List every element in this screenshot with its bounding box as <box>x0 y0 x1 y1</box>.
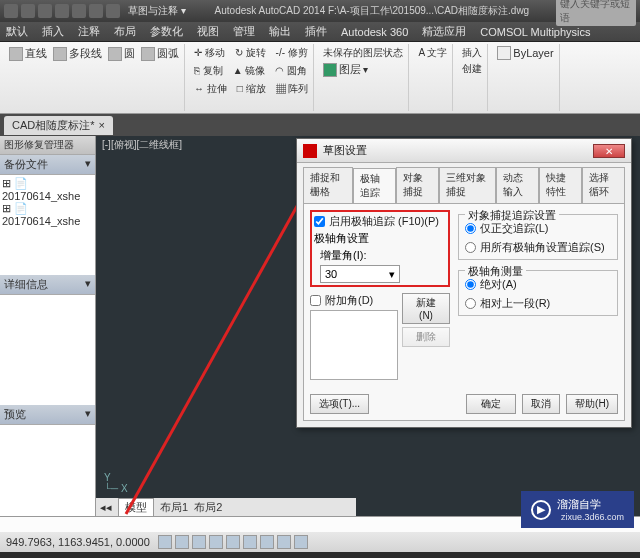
chevron-down-icon[interactable]: ▾ <box>85 277 91 292</box>
close-icon[interactable]: × <box>99 119 105 131</box>
play-icon: ▶ <box>531 500 551 520</box>
status-toggles <box>158 535 308 549</box>
relative-radio[interactable]: 相对上一段(R) <box>465 296 611 311</box>
dyn-toggle[interactable] <box>260 535 274 549</box>
doc-tab[interactable]: CAD相随度标注*× <box>4 116 113 135</box>
chevron-down-icon[interactable]: ▾ <box>85 157 91 172</box>
title-bar: 草图与注释 ▾ Autodesk AutoCAD 2014 F:\A-项目工作\… <box>0 0 640 22</box>
viewport-label[interactable]: [-][俯视][二维线框] <box>102 138 182 152</box>
tab-snap[interactable]: 捕捉和栅格 <box>303 167 353 203</box>
open-icon[interactable] <box>38 4 52 18</box>
tab-view[interactable]: 视图 <box>197 24 219 39</box>
tab-a360[interactable]: Autodesk 360 <box>341 26 408 38</box>
file-item[interactable]: ⊞ 📄 20170614_xshe <box>2 202 93 227</box>
move-button[interactable]: ✛ 移动 <box>192 45 227 61</box>
options-button[interactable]: 选项(T)... <box>310 394 369 414</box>
circle-button[interactable]: 圆 <box>106 45 137 62</box>
tab-comsol[interactable]: COMSOL Multiphysics <box>480 26 590 38</box>
close-button[interactable]: ✕ <box>593 144 625 158</box>
help-button[interactable]: 帮助(H) <box>566 394 618 414</box>
ribbon-tabs: 默认 插入 注释 布局 参数化 视图 管理 输出 插件 Autodesk 360… <box>0 22 640 42</box>
tab-quick[interactable]: 快捷特性 <box>539 167 582 203</box>
lwt-toggle[interactable] <box>277 535 291 549</box>
stretch-button[interactable]: ↔ 拉伸 <box>192 81 229 97</box>
plot-icon[interactable] <box>106 4 120 18</box>
tab-3dosnap[interactable]: 三维对象捕捉 <box>439 167 496 203</box>
allpolar-radio[interactable]: 用所有极轴角设置追踪(S) <box>465 240 611 255</box>
repair-panel-head[interactable]: 图形修复管理器 <box>0 136 95 155</box>
ortho-toggle[interactable] <box>192 535 206 549</box>
fillet-button[interactable]: ◠ 圆角 <box>273 63 309 79</box>
detail-head[interactable]: 详细信息▾ <box>0 275 95 295</box>
quick-access-toolbar[interactable] <box>4 4 120 18</box>
tab-layout2[interactable]: 布局2 <box>194 500 222 515</box>
app-icon <box>303 144 317 158</box>
tab-insert[interactable]: 插入 <box>42 24 64 39</box>
nav-icon[interactable]: ◂◂ <box>100 501 112 514</box>
tab-parametric[interactable]: 参数化 <box>150 24 183 39</box>
save-icon[interactable] <box>55 4 69 18</box>
tab-default[interactable]: 默认 <box>6 24 28 39</box>
redo-icon[interactable] <box>89 4 103 18</box>
mirror-button[interactable]: ▲ 镜像 <box>231 63 268 79</box>
tab-output[interactable]: 输出 <box>269 24 291 39</box>
line-button[interactable]: 直线 <box>7 45 49 62</box>
panel-modify: ✛ 移动 ↻ 旋转 -/- 修剪 ⎘ 复制 ▲ 镜像 ◠ 圆角 ↔ 拉伸 □ 缩… <box>189 44 314 111</box>
otrack-toggle[interactable] <box>243 535 257 549</box>
new-button[interactable]: 新建(N) <box>402 293 450 324</box>
tab-osnap[interactable]: 对象捕捉 <box>396 167 439 203</box>
polar-toggle[interactable] <box>209 535 223 549</box>
copy-button[interactable]: ⎘ 复制 <box>192 63 225 79</box>
trim-button[interactable]: -/- 修剪 <box>274 45 310 61</box>
tab-annotate[interactable]: 注释 <box>78 24 100 39</box>
scale-button[interactable]: □ 缩放 <box>235 81 268 97</box>
grid-toggle[interactable] <box>175 535 189 549</box>
text-button[interactable]: A 文字 <box>416 45 449 61</box>
app-menu-icon[interactable] <box>4 4 18 18</box>
tab-cycle[interactable]: 选择循环 <box>582 167 625 203</box>
qp-toggle[interactable] <box>294 535 308 549</box>
dialog-titlebar[interactable]: 草图设置 ✕ <box>297 139 631 163</box>
tab-layout[interactable]: 布局 <box>114 24 136 39</box>
insert-button[interactable]: 插入 <box>460 45 484 61</box>
unsaved-layer[interactable]: 未保存的图层状态 <box>321 45 405 61</box>
preview-head[interactable]: 预览▾ <box>0 405 95 425</box>
cancel-button[interactable]: 取消 <box>522 394 560 414</box>
layer-dropdown[interactable]: 图层 ▾ <box>321 61 405 78</box>
polyline-button[interactable]: 多段线 <box>51 45 104 62</box>
rotate-button[interactable]: ↻ 旋转 <box>233 45 268 61</box>
drafting-settings-dialog: 草图设置 ✕ 捕捉和栅格 极轴追踪 对象捕捉 三维对象捕捉 动态输入 快捷特性 … <box>296 138 632 428</box>
new-icon[interactable] <box>21 4 35 18</box>
snap-toggle[interactable] <box>158 535 172 549</box>
panel-block: 插入 创建 <box>457 44 488 111</box>
increment-select[interactable]: 30▾ <box>320 265 400 283</box>
bylayer-dropdown[interactable]: ByLayer <box>495 45 555 61</box>
undo-icon[interactable] <box>72 4 86 18</box>
backup-list: ⊞ 📄 20170614_xshe ⊞ 📄 20170614_xshe <box>0 175 95 275</box>
additional-checkbox[interactable]: 附加角(D) <box>310 293 398 308</box>
tab-featured[interactable]: 精选应用 <box>422 24 466 39</box>
tab-plugins[interactable]: 插件 <box>305 24 327 39</box>
arc-button[interactable]: 圆弧 <box>139 45 181 62</box>
backup-head[interactable]: 备份文件▾ <box>0 155 95 175</box>
array-button[interactable]: ▦ 阵列 <box>274 81 311 97</box>
watermark-brand: 溜溜自学 <box>557 497 624 512</box>
help-search[interactable]: 键入关键字或短语 <box>556 0 636 26</box>
absolute-radio[interactable]: 绝对(A) <box>465 277 611 292</box>
enable-polar-checkbox[interactable]: 启用极轴追踪 (F10)(P) <box>314 214 446 229</box>
chevron-down-icon[interactable]: ▾ <box>85 407 91 422</box>
tab-manage[interactable]: 管理 <box>233 24 255 39</box>
ortho-radio[interactable]: 仅正交追踪(L) <box>465 221 611 236</box>
measure-group: 极轴角测量 绝对(A) 相对上一段(R) <box>458 270 618 316</box>
create-button[interactable]: 创建 <box>460 61 484 77</box>
tab-polar[interactable]: 极轴追踪 <box>353 168 396 204</box>
panel-layers: 未保存的图层状态 图层 ▾ <box>318 44 409 111</box>
additional-list[interactable] <box>310 310 398 380</box>
ribbon-tab-label[interactable]: 草图与注释 ▾ <box>126 3 188 19</box>
tab-model[interactable]: 模型 <box>118 498 154 517</box>
tab-layout1[interactable]: 布局1 <box>160 500 188 515</box>
osnap-toggle[interactable] <box>226 535 240 549</box>
file-item[interactable]: ⊞ 📄 20170614_xshe <box>2 177 93 202</box>
ok-button[interactable]: 确定 <box>466 394 516 414</box>
tab-dyn[interactable]: 动态输入 <box>496 167 539 203</box>
